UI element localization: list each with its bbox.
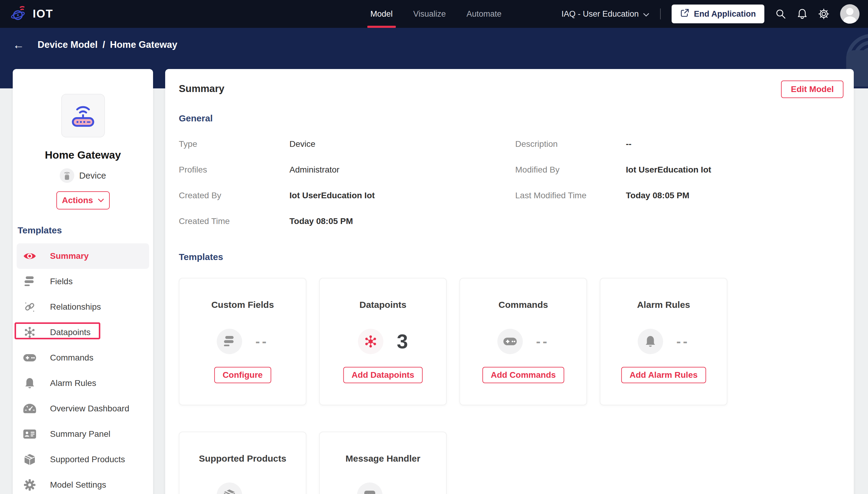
field-value: Today 08:05 PM [289,216,353,226]
field-label: Created By [179,191,289,201]
device-image [61,94,105,137]
sidebar-item-overview-dashboard[interactable]: Overview Dashboard [17,396,149,421]
field-value: -- [626,139,632,149]
sidebar-item-label: Model Settings [50,480,106,490]
sidebar-item-label: Summary [50,251,89,261]
avatar-body-shape [844,16,856,24]
field-label: Created Time [179,216,289,226]
tab-model[interactable]: Model [367,0,396,28]
card-count: -- [396,488,409,494]
general-fields-right-column: Description -- Modified By Iot UserEduca… [515,139,840,242]
chevron-down-icon [98,198,104,202]
card-count: -- [536,334,549,349]
sidebar-item-summary[interactable]: Summary [17,243,149,269]
datapoints-card: Datapoints 3 Add Datap [319,278,447,405]
datapoints-icon [358,329,383,354]
sidebar-item-label: Overview Dashboard [50,404,129,414]
top-navigation-bar: IOT Model Visualize Automate IAQ - User … [0,0,868,28]
card-count: 3 [397,330,408,353]
card-count: -- [255,334,269,349]
back-arrow-icon[interactable]: ← [13,39,24,51]
end-application-button[interactable]: End Application [672,4,765,23]
field-row-created-time: Created Time Today 08:05 PM [179,216,515,226]
field-label: Modified By [515,165,626,175]
field-value: Iot UserEducation Iot [626,165,711,175]
fields-icon [23,277,37,287]
edit-model-button[interactable]: Edit Model [781,80,844,98]
external-link-icon [680,8,689,20]
sidebar-item-fields[interactable]: Fields [17,269,149,294]
bell-icon [638,329,663,354]
template-cards-row-1: Custom Fields -- Configure Datapoints [179,278,840,405]
card-title: Supported Products [179,453,306,464]
user-avatar[interactable] [840,4,860,24]
field-row-modified-by: Modified By Iot UserEducation Iot [515,165,840,175]
package-icon [23,453,37,466]
notifications-bell-icon[interactable] [797,8,808,20]
device-sidebar-panel: Home Gateway Device Actions Templates Su… [13,69,153,494]
breadcrumb-separator: / [103,39,105,50]
configure-button[interactable]: Configure [214,367,271,383]
application-selector[interactable]: IAQ - User Education [561,10,649,19]
brand: IOT [10,4,53,24]
application-selector-label: IAQ - User Education [561,10,638,19]
field-label: Profiles [179,165,289,175]
sidebar-item-model-settings[interactable]: Model Settings [17,472,149,494]
sidebar-item-label: Supported Products [50,455,125,464]
template-cards-row-2: Supported Products -- Message Handler -- [179,432,840,494]
search-icon[interactable] [775,8,786,19]
tab-automate[interactable]: Automate [464,0,505,28]
device-type-icon [60,168,74,183]
sidebar-item-summary-panel[interactable]: Summary Panel [17,421,149,447]
add-alarm-rules-button[interactable]: Add Alarm Rules [621,367,706,383]
card-title: Alarm Rules [600,300,727,310]
field-value: Iot UserEducation Iot [289,191,375,201]
general-fields: Type Device Profiles Administrator Creat… [179,139,840,242]
device-type-row: Device [13,168,153,183]
card-title: Message Handler [320,453,446,464]
sidebar-item-datapoints[interactable]: Datapoints [17,320,149,345]
sidebar-item-label: Fields [50,277,73,286]
field-label: Type [179,139,289,149]
end-application-label: End Application [694,10,756,19]
breadcrumb-section[interactable]: Device Model [38,39,97,50]
custom-fields-card: Custom Fields -- Configure [179,278,306,405]
message-handler-card: Message Handler -- [319,432,447,494]
add-datapoints-button[interactable]: Add Datapoints [343,367,423,383]
templates-section-heading: Templates [179,252,854,262]
breadcrumb-current: Home Gateway [110,39,177,50]
fields-icon [217,329,242,354]
datapoints-icon [23,326,37,338]
supported-products-card: Supported Products -- [179,432,306,494]
page: IOT Model Visualize Automate IAQ - User … [0,0,868,494]
sidebar-item-commands[interactable]: Commands [17,345,149,370]
bell-icon [23,378,37,389]
sidebar-item-supported-products[interactable]: Supported Products [17,447,149,472]
gamepad-icon [23,354,37,361]
add-commands-button[interactable]: Add Commands [482,367,564,383]
topbar-divider [660,8,661,19]
actions-button[interactable]: Actions [56,191,110,209]
field-value: Device [289,139,315,149]
card-count: -- [255,488,269,494]
field-value: Administrator [289,165,340,175]
alarm-rules-card: Alarm Rules -- Add Alarm Rules [600,278,727,405]
summary-panel: Summary Edit Model General Type Device P… [165,69,854,494]
settings-gear-icon[interactable] [818,8,829,19]
card-title: Datapoints [320,300,446,310]
sidebar-item-relationships[interactable]: Relationships [17,294,149,320]
general-section-heading: General [179,113,854,124]
field-label: Last Modified Time [515,191,626,201]
sidebar-item-label: Summary Panel [50,429,110,439]
tab-visualize[interactable]: Visualize [410,0,449,28]
gear-icon [23,479,37,491]
sidebar-item-label: Alarm Rules [50,378,96,388]
templates-section-heading: Templates [18,225,153,235]
gauge-icon [23,404,37,414]
device-name: Home Gateway [13,149,153,161]
sidebar-item-alarm-rules[interactable]: Alarm Rules [17,370,149,396]
primary-tabs: Model Visualize Automate [367,0,505,28]
page-title: Summary [165,69,854,94]
field-label: Description [515,139,626,149]
field-row-last-modified-time: Last Modified Time Today 08:05 PM [515,191,840,201]
